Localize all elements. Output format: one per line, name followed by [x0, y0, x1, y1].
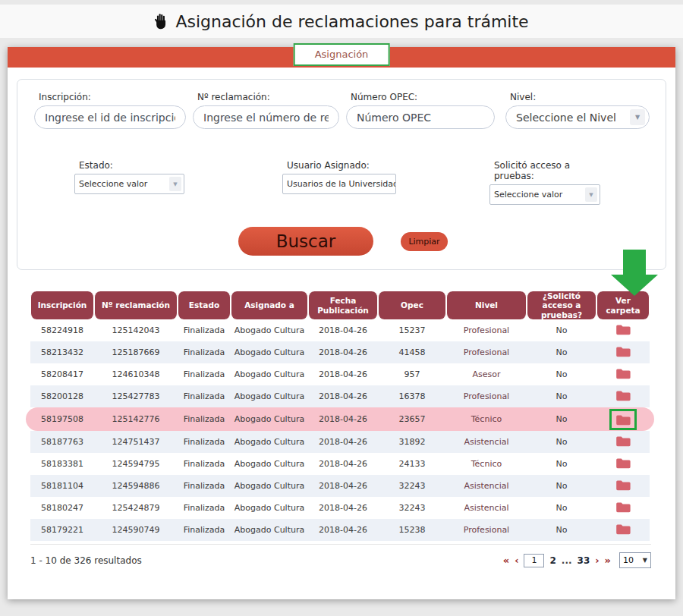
folder-button[interactable] — [615, 367, 631, 379]
reclamacion-input[interactable] — [193, 105, 339, 129]
table-cell: Finalizada — [178, 525, 231, 535]
table-row: 58187763124751437FinalizadaAbogado Cultu… — [30, 431, 650, 453]
folder-button[interactable] — [615, 457, 631, 469]
tab-asignacion[interactable]: Asignación — [294, 43, 390, 66]
acceso-pruebas-select[interactable]: Seleccione valor ▼ — [489, 184, 600, 205]
table-row: 58208417124610348FinalizadaAbogado Cultu… — [30, 363, 650, 385]
current-page-input[interactable] — [524, 554, 544, 567]
prev-page-button[interactable]: ‹ — [515, 555, 518, 565]
table-cell: 58180247 — [30, 503, 94, 513]
page-header: Asignación de reclamaciones para trámite — [0, 5, 683, 38]
folder-button[interactable] — [615, 501, 631, 513]
column-header: Asignado a — [231, 291, 308, 319]
table-cell: 31892 — [378, 437, 446, 447]
table-cell: Profesional — [446, 347, 527, 357]
table-cell: Abogado Cultura — [231, 369, 308, 379]
table-cell: 124610348 — [94, 369, 178, 379]
chevron-down-icon: ▼ — [585, 187, 597, 202]
folder-icon — [615, 501, 631, 513]
folder-icon — [615, 435, 631, 447]
folder-button[interactable] — [615, 523, 631, 535]
folder-button[interactable] — [615, 479, 631, 491]
opec-input[interactable] — [346, 105, 495, 129]
folder-icon — [615, 523, 631, 535]
estado-label: Estado: — [79, 160, 184, 171]
folder-icon — [615, 479, 631, 491]
table-cell: Finalizada — [178, 414, 231, 424]
folder-button[interactable] — [609, 409, 637, 430]
table-cell: Asesor — [446, 369, 527, 379]
usuario-asignado-select[interactable]: Usuarios de la Universidad ▼ — [282, 174, 396, 194]
last-page-button[interactable]: » — [605, 555, 611, 565]
estado-select[interactable]: Seleccione valor ▼ — [74, 174, 184, 194]
table-cell: Finalizada — [178, 459, 231, 469]
folder-button[interactable] — [615, 345, 631, 357]
table-cell: Finalizada — [178, 503, 231, 513]
table-cell: Finalizada — [178, 325, 231, 335]
usuario-asignado-label: Usuario Asignado: — [287, 160, 396, 171]
table-cell: 125424879 — [94, 503, 178, 513]
chevron-down-icon: ▼ — [643, 557, 647, 564]
table-cell: 2018-04-26 — [308, 325, 378, 335]
table-cell: 124594795 — [94, 459, 178, 469]
table-cell: 23657 — [378, 414, 446, 424]
acceso-pruebas-select-value: Seleccione valor — [494, 190, 562, 200]
nav-bar: Asignación — [8, 47, 675, 68]
pagination: « ‹ 2 ... 33 › » 10 ▼ — [503, 552, 651, 568]
table-cell: 58197508 — [30, 414, 94, 424]
table-cell: Finalizada — [178, 347, 231, 357]
inscripcion-label: Inscripción: — [39, 92, 186, 102]
column-header: Fecha Publicación — [308, 291, 378, 319]
table-cell: Abogado Cultura — [231, 459, 308, 469]
limpiar-button[interactable]: Limpiar — [401, 232, 448, 251]
field-reclamacion: Nº reclamación: — [193, 92, 339, 129]
table-cell: Abogado Cultura — [231, 325, 308, 335]
table-cell: No — [527, 437, 596, 447]
table-cell: No — [527, 414, 596, 424]
table-cell-folder — [596, 435, 650, 449]
table-cell: 58181104 — [30, 481, 94, 491]
field-usuario-asignado: Usuario Asignado: Usuarios de la Univers… — [282, 160, 396, 194]
folder-button[interactable] — [615, 323, 631, 335]
table-cell: 2018-04-26 — [308, 525, 378, 535]
table-row: 58197508125142776FinalizadaAbogado Cultu… — [26, 407, 654, 431]
table-cell: No — [527, 525, 596, 535]
page-size-select[interactable]: 10 ▼ — [619, 552, 651, 568]
table-cell: 15238 — [378, 525, 446, 535]
field-acceso-pruebas: Solicitó acceso a pruebas: Seleccione va… — [489, 160, 600, 205]
table-cell: 2018-04-26 — [308, 347, 378, 357]
nivel-select[interactable]: Seleccione el Nivel ▼ — [505, 105, 650, 129]
table-cell: Técnico — [446, 459, 527, 469]
page-title: Asignación de reclamaciones para trámite — [175, 12, 528, 31]
table-cell-folder — [596, 479, 650, 493]
last-page-link[interactable]: 33 — [578, 555, 590, 566]
table-cell: Asistencial — [446, 437, 527, 447]
table-cell: No — [527, 481, 596, 491]
next-page-button[interactable]: › — [595, 555, 599, 565]
field-inscripcion: Inscripción: — [34, 92, 186, 129]
table-cell: Abogado Cultura — [231, 481, 308, 491]
table-cell-folder — [596, 323, 650, 338]
folder-button[interactable] — [615, 435, 631, 447]
table-cell: Asistencial — [446, 503, 527, 513]
table-cell-folder — [596, 389, 650, 404]
folder-button[interactable] — [615, 389, 631, 401]
folder-icon — [615, 389, 631, 401]
table-cell: 2018-04-26 — [308, 437, 378, 447]
table-cell-folder — [596, 345, 650, 360]
table-cell: 2018-04-26 — [308, 369, 378, 379]
table-footer: 1 - 10 de 326 resultados « ‹ 2 ... 33 › … — [30, 544, 651, 568]
page-2-link[interactable]: 2 — [549, 555, 556, 566]
table-row: 58213432125187669FinalizadaAbogado Cultu… — [30, 341, 650, 363]
buscar-button[interactable]: Buscar — [238, 227, 373, 256]
table-cell: 16378 — [378, 391, 446, 401]
table-cell: 124751437 — [94, 437, 178, 447]
first-page-button[interactable]: « — [503, 555, 509, 565]
table-cell: Finalizada — [178, 391, 231, 401]
table-cell: 58213432 — [30, 347, 94, 357]
inscripcion-input[interactable] — [34, 105, 186, 129]
table-cell: Técnico — [446, 414, 527, 424]
table-cell: 2018-04-26 — [308, 459, 378, 469]
table-cell: No — [527, 391, 596, 401]
table-row: 58183381124594795FinalizadaAbogado Cultu… — [30, 453, 650, 475]
